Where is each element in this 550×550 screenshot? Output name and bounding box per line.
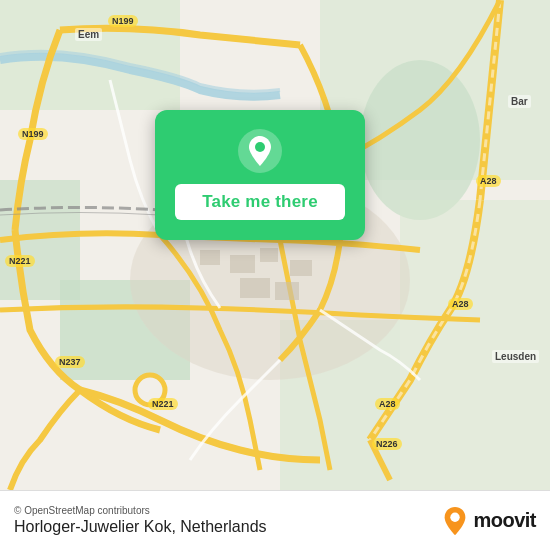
bottom-left-info: © OpenStreetMap contributors Horloger-Ju… [14,505,267,536]
n199-left-label: N199 [18,128,48,140]
bottom-bar: © OpenStreetMap contributors Horloger-Ju… [0,490,550,550]
popup-card: Take me there [155,110,365,240]
moovit-logo: moovit [441,505,536,537]
svg-rect-16 [240,278,270,298]
svg-point-20 [451,512,460,521]
svg-line-10 [480,0,500,200]
take-me-there-button[interactable]: Take me there [175,184,345,220]
n199-top-label: N199 [108,15,138,27]
svg-rect-6 [400,200,550,490]
svg-point-5 [360,60,480,220]
bar-label: Bar [508,95,531,108]
location-pin-icon [237,128,283,174]
svg-rect-4 [0,180,80,300]
eem-label: Eem [75,28,102,41]
moovit-text: moovit [473,509,536,532]
svg-point-19 [255,142,265,152]
n221-left-label: N221 [5,255,35,267]
osm-attribution: © OpenStreetMap contributors [14,505,267,516]
a28-bottom-label: A28 [375,398,400,410]
svg-rect-13 [230,255,255,273]
a28-right2-label: A28 [448,298,473,310]
svg-rect-15 [290,260,312,276]
place-name: Horloger-Juwelier Kok, Netherlands [14,518,267,536]
n226-label: N226 [372,438,402,450]
map-container: Eem Leusden Bar N199 N199 N221 N221 N237… [0,0,550,490]
n221-bottom-label: N221 [148,398,178,410]
svg-rect-7 [280,320,400,490]
svg-rect-3 [60,280,190,380]
svg-rect-17 [275,282,299,300]
svg-rect-1 [0,0,180,110]
leusden-label: Leusden [492,350,539,363]
svg-point-11 [135,375,165,405]
moovit-pin-icon [441,505,469,537]
svg-rect-0 [0,0,550,490]
svg-rect-14 [260,248,278,262]
a28-right1-label: A28 [476,175,501,187]
n237-label: N237 [55,356,85,368]
svg-line-9 [480,0,500,200]
svg-rect-12 [200,250,220,265]
